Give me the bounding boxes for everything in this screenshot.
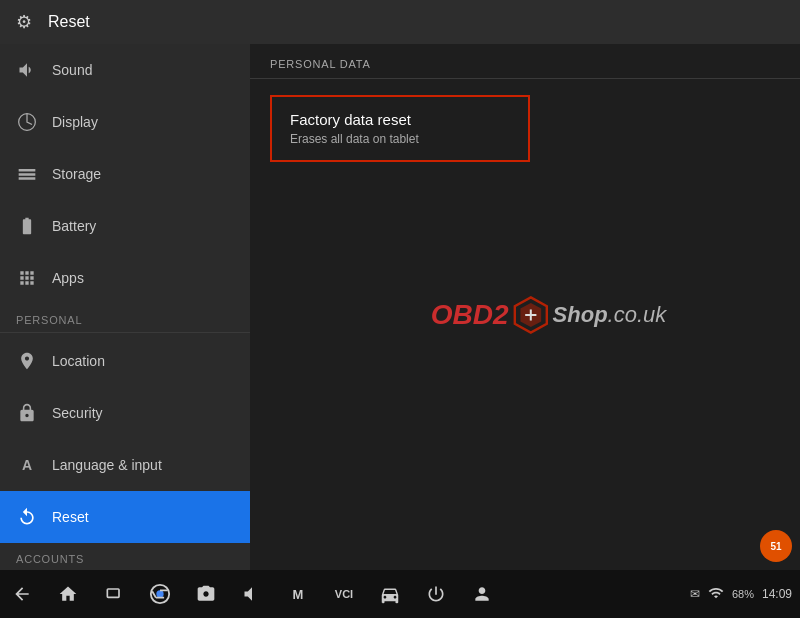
factory-reset-card[interactable]: Factory data reset Erases all data on ta… <box>270 95 530 162</box>
sidebar-item-apps-label: Apps <box>52 270 84 286</box>
sidebar-item-battery[interactable]: Battery <box>0 200 250 252</box>
divider-personal <box>0 332 250 333</box>
security-icon <box>16 402 38 424</box>
factory-reset-subtitle: Erases all data on tablet <box>290 132 510 146</box>
sidebar-item-reset[interactable]: Reset <box>0 491 250 543</box>
profile-button[interactable] <box>468 580 496 608</box>
settings-icon: ⚙ <box>16 11 38 33</box>
sidebar-item-security-label: Security <box>52 405 103 421</box>
watermark: OBD2 Shop .co.uk <box>431 295 667 335</box>
sidebar-item-location-label: Location <box>52 353 105 369</box>
watermark-shop-text: Shop <box>553 302 608 328</box>
battery-icon <box>16 215 38 237</box>
sidebar-item-battery-label: Battery <box>52 218 96 234</box>
header-title: Reset <box>48 13 90 31</box>
power-button[interactable] <box>422 580 450 608</box>
sidebar-item-security[interactable]: Security <box>0 387 250 439</box>
chrome-button[interactable] <box>146 580 174 608</box>
sound-icon <box>16 59 38 81</box>
svg-point-6 <box>156 590 163 597</box>
wifi-icon <box>708 585 724 604</box>
sidebar-item-storage-label: Storage <box>52 166 101 182</box>
personal-data-section-label: PERSONAL DATA <box>250 44 800 79</box>
reset-icon <box>16 506 38 528</box>
sidebar-item-sound[interactable]: Sound <box>0 44 250 96</box>
apps-icon <box>16 267 38 289</box>
nav-left: M VCI <box>8 580 496 608</box>
sidebar-item-sound-label: Sound <box>52 62 92 78</box>
personal-section-header: PERSONAL <box>0 304 250 330</box>
watermark-logo-icon <box>511 295 551 335</box>
battery-pct: 68% <box>732 588 754 600</box>
watermark-obd2-text: OBD2 <box>431 299 509 331</box>
storage-icon <box>16 163 38 185</box>
content-area: PERSONAL DATA Factory data reset Erases … <box>250 44 800 570</box>
sidebar-item-display[interactable]: Display <box>0 96 250 148</box>
home-button[interactable] <box>54 580 82 608</box>
accounts-section-header: ACCOUNTS <box>0 543 250 569</box>
car-button[interactable] <box>376 580 404 608</box>
sidebar-item-location[interactable]: Location <box>0 335 250 387</box>
back-button[interactable] <box>8 580 36 608</box>
time-display: 14:09 <box>762 587 792 601</box>
vci-button[interactable]: VCI <box>330 580 358 608</box>
sidebar: Sound Display Storage Battery Apps <box>0 44 250 570</box>
main-layout: Sound Display Storage Battery Apps <box>0 44 800 570</box>
camera-button[interactable] <box>192 580 220 608</box>
sidebar-item-reset-label: Reset <box>52 509 89 525</box>
header: ⚙ Reset <box>0 0 800 44</box>
sidebar-item-language[interactable]: A Language & input <box>0 439 250 491</box>
recents-button[interactable] <box>100 580 128 608</box>
bottom-nav: M VCI ✉ 68% 14:09 <box>0 570 800 618</box>
nav-right: ✉ 68% 14:09 <box>690 585 792 604</box>
map-button[interactable]: M <box>284 580 312 608</box>
sidebar-item-apps[interactable]: Apps <box>0 252 250 304</box>
message-icon: ✉ <box>690 587 700 601</box>
factory-reset-title: Factory data reset <box>290 111 510 128</box>
language-icon: A <box>16 454 38 476</box>
svg-rect-5 <box>107 589 119 597</box>
watermark-couk-text: .co.uk <box>608 302 667 328</box>
sidebar-item-storage[interactable]: Storage <box>0 148 250 200</box>
location-icon <box>16 350 38 372</box>
sidebar-item-display-label: Display <box>52 114 98 130</box>
sidebar-item-language-label: Language & input <box>52 457 162 473</box>
volume-button[interactable] <box>238 580 266 608</box>
notification-badge: 51 <box>760 530 792 562</box>
display-icon <box>16 111 38 133</box>
